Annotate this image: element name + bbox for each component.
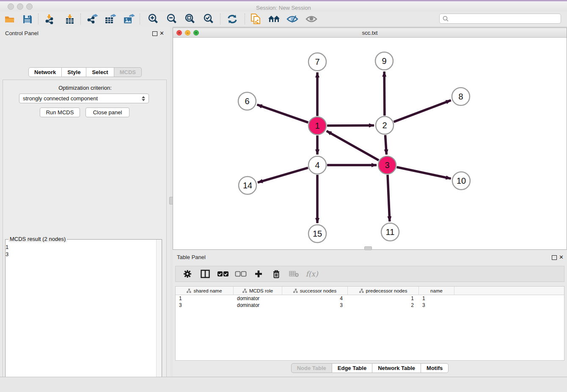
- node-10[interactable]: 10: [452, 172, 470, 190]
- optimization-criterion-value: strongly connected component: [23, 95, 98, 102]
- table-cell[interactable]: 1: [176, 295, 234, 302]
- float-panel-icon[interactable]: [152, 31, 157, 36]
- edge-3-10[interactable]: [397, 167, 451, 179]
- node-15[interactable]: 15: [308, 225, 326, 243]
- toolbar-separator: [80, 14, 81, 25]
- network-canvas[interactable]: 7968124314101511: [173, 38, 567, 249]
- table-cell[interactable]: 2: [348, 302, 419, 309]
- import-table-icon[interactable]: [63, 13, 76, 25]
- edge-3-1[interactable]: [327, 131, 379, 160]
- optimization-criterion-select[interactable]: strongly connected component: [19, 94, 149, 103]
- checked-checkboxes-icon[interactable]: [217, 268, 229, 279]
- tab-network[interactable]: Network: [28, 67, 62, 77]
- column-header-label[interactable]: MCDS role: [249, 288, 273, 293]
- node-3[interactable]: 3: [378, 156, 396, 174]
- table-cell[interactable]: 1: [348, 295, 419, 302]
- table-tab-network-table[interactable]: Network Table: [372, 363, 421, 373]
- node-8[interactable]: 8: [452, 88, 470, 105]
- delete-column-trash-icon[interactable]: [270, 268, 282, 279]
- tab-style[interactable]: Style: [62, 67, 86, 77]
- export-image-icon[interactable]: [123, 13, 135, 25]
- zoom-fit-icon[interactable]: [184, 13, 196, 25]
- refresh-icon[interactable]: [226, 13, 239, 25]
- edge-4-14[interactable]: [258, 168, 308, 182]
- edge-1-6[interactable]: [257, 105, 308, 122]
- table-cell[interactable]: 3: [419, 302, 454, 309]
- column-header-shared-name[interactable]: shared name: [176, 287, 234, 295]
- delete-table-icon[interactable]: [288, 268, 300, 279]
- search-field[interactable]: [439, 14, 561, 24]
- column-header-MCDS-role[interactable]: MCDS role: [234, 287, 282, 295]
- node-14[interactable]: 14: [239, 177, 256, 194]
- table-cell[interactable]: 3: [282, 302, 348, 309]
- table-row[interactable]: 1dominator411: [176, 295, 564, 302]
- node-9[interactable]: 9: [375, 52, 393, 70]
- horizontal-splitter-grip[interactable]: [364, 246, 372, 250]
- node-4[interactable]: 4: [308, 156, 326, 174]
- mcds-result-title: MCDS result (2 nodes): [8, 236, 67, 242]
- home-icon[interactable]: [268, 13, 281, 25]
- node-table[interactable]: shared nameMCDS rolesuccessor nodesprede…: [175, 286, 564, 361]
- table-tab-motifs[interactable]: Motifs: [421, 363, 449, 373]
- close-table-panel-icon[interactable]: ✕: [559, 255, 564, 259]
- import-network-icon[interactable]: [44, 13, 56, 25]
- zoom-out-icon[interactable]: [165, 13, 178, 25]
- node-label: 1: [315, 121, 319, 130]
- zoom-selected-icon[interactable]: [202, 13, 215, 25]
- hide-panel-eye-icon[interactable]: [286, 13, 299, 25]
- column-header-name[interactable]: name: [419, 287, 454, 295]
- edge-2-9[interactable]: [384, 72, 385, 116]
- column-header-label[interactable]: shared name: [193, 288, 222, 293]
- table-toolbar: f(x): [175, 266, 564, 282]
- table-cell[interactable]: dominator: [234, 302, 282, 309]
- column-type-icon: [242, 289, 247, 293]
- float-table-panel-icon[interactable]: [552, 255, 557, 260]
- search-input[interactable]: [451, 15, 561, 22]
- table-tab-edge-table[interactable]: Edge Table: [332, 363, 372, 373]
- node-11[interactable]: 11: [381, 223, 399, 241]
- tab-mcds[interactable]: MCDS: [114, 67, 142, 77]
- run-mcds-button[interactable]: Run MCDS: [40, 108, 80, 117]
- table-cell[interactable]: 3: [176, 302, 234, 309]
- edge-2-3[interactable]: [385, 135, 386, 155]
- toolbar-separator: [140, 14, 140, 25]
- save-session-icon[interactable]: [21, 13, 34, 25]
- unchecked-checkboxes-icon[interactable]: [235, 268, 247, 279]
- node-2[interactable]: 2: [376, 116, 394, 134]
- open-session-icon[interactable]: [3, 13, 16, 25]
- column-header-predecessor-nodes[interactable]: predecessor nodes: [348, 287, 419, 295]
- node-label: 14: [243, 181, 252, 190]
- table-cell[interactable]: dominator: [234, 295, 282, 302]
- node-6[interactable]: 6: [238, 92, 256, 110]
- column-header-label[interactable]: predecessor nodes: [366, 288, 407, 293]
- table-row[interactable]: 3dominator323: [176, 302, 564, 309]
- edge-2-8[interactable]: [394, 100, 451, 122]
- node-label: 9: [382, 56, 386, 66]
- node-1[interactable]: 1: [308, 117, 326, 135]
- column-header-label[interactable]: successor nodes: [300, 288, 336, 293]
- table-settings-gear-icon[interactable]: [182, 268, 193, 279]
- toolbar-separator: [245, 14, 245, 25]
- column-header-successor-nodes[interactable]: successor nodes: [282, 287, 348, 295]
- node-7[interactable]: 7: [308, 53, 326, 71]
- edge-3-11[interactable]: [388, 175, 390, 221]
- close-panel-icon[interactable]: ✕: [160, 31, 164, 36]
- export-table-icon[interactable]: [104, 13, 117, 25]
- split-columns-icon[interactable]: [199, 268, 211, 279]
- show-panel-eye-icon[interactable]: [305, 13, 318, 25]
- node-label: 2: [382, 121, 387, 130]
- table-cell[interactable]: 4: [282, 295, 348, 302]
- column-header-label[interactable]: name: [430, 288, 443, 293]
- close-panel-button[interactable]: Close panel: [85, 108, 129, 117]
- control-panel-title: Control Panel: [5, 30, 39, 36]
- export-network-icon[interactable]: [86, 13, 99, 25]
- clone-network-icon[interactable]: [250, 13, 262, 25]
- edge-1-2[interactable]: [327, 125, 374, 126]
- table-cell[interactable]: 1: [419, 295, 454, 302]
- function-builder-icon[interactable]: f(x): [306, 268, 318, 279]
- zoom-in-icon[interactable]: [147, 13, 160, 25]
- mcds-result-scrollbar[interactable]: [156, 240, 162, 392]
- table-tab-node-table[interactable]: Node Table: [291, 363, 332, 373]
- tab-select[interactable]: Select: [86, 67, 114, 77]
- add-column-plus-icon[interactable]: [253, 268, 264, 279]
